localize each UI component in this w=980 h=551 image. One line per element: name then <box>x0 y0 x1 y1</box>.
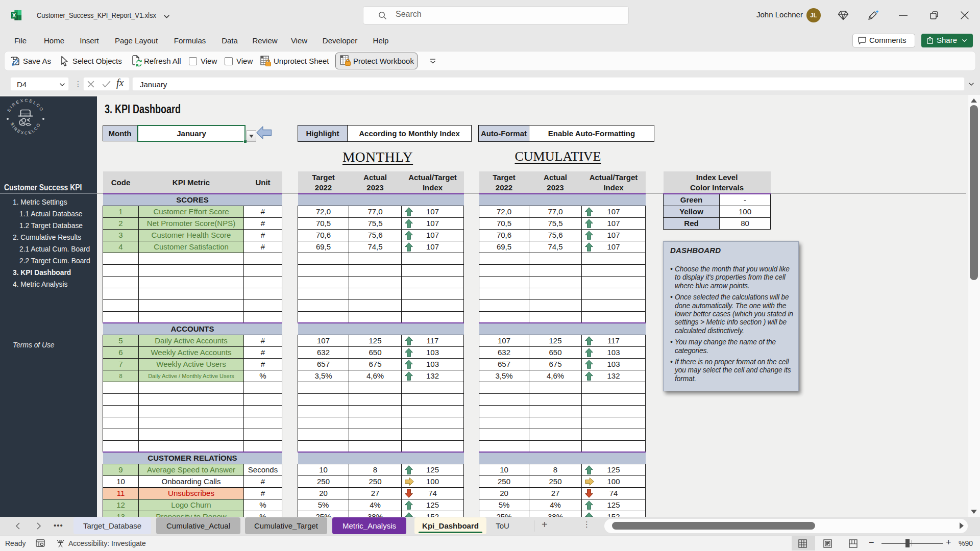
svg-text:SIREXCELCO: SIREXCELCO <box>7 98 45 113</box>
svg-text:X: X <box>12 12 16 18</box>
svg-text:SIREXCELCO: SIREXCELCO <box>10 122 42 136</box>
